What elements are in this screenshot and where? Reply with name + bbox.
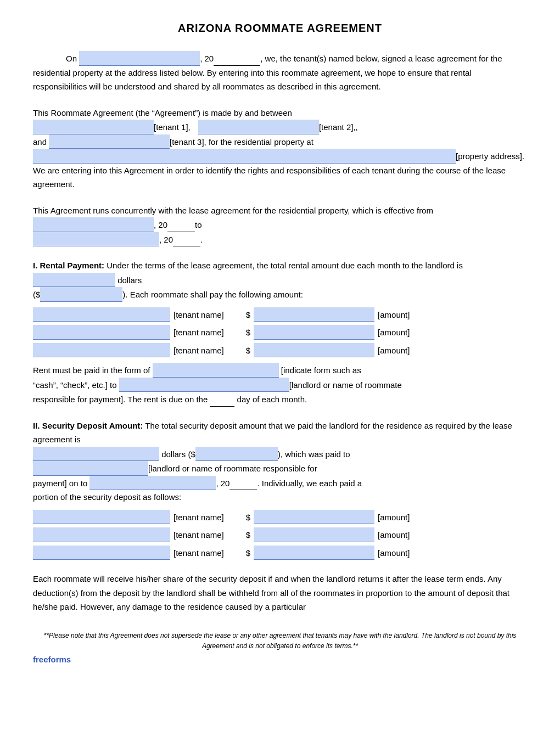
tenant2-row-label: [tenant name] [173, 325, 224, 340]
agreement-intro-text1: This Roommate Agreement (the “Agreement”… [33, 108, 292, 117]
effective-from-field[interactable] [33, 217, 154, 232]
dep-dollar2: $ [246, 528, 250, 542]
tenant2-label: [tenant 2],, [319, 122, 358, 132]
deposit-year-field[interactable] [229, 476, 257, 491]
table-row: [tenant name] $ [amount] [33, 343, 527, 358]
table-row: [tenant name] $ [amount] [33, 325, 527, 340]
dep-amount3-field[interactable] [254, 546, 374, 560]
paren-pre: ($ [33, 290, 40, 299]
table-row: [tenant name] $ [amount] [33, 546, 527, 560]
amount2-field[interactable] [254, 325, 374, 340]
tenant-name-col: [tenant name] [33, 343, 224, 358]
deposit-landlord-field[interactable] [33, 461, 148, 476]
intro-20-label: , 20 [200, 54, 214, 63]
amount1-field[interactable] [254, 307, 374, 322]
dep-amount2-field[interactable] [254, 527, 374, 542]
dep-tenant2-field[interactable] [33, 527, 170, 542]
deposit-date-field[interactable] [89, 476, 216, 491]
document-title: ARIZONA ROOMMATE AGREEMENT [33, 22, 527, 35]
closing-text: Each roommate will receive his/her share… [33, 574, 509, 611]
concurrent-text1: This Agreement runs concurrently with th… [33, 206, 433, 215]
dollars-label2: dollars ($ [161, 449, 195, 459]
footer-note: **Please note that this Agreement does n… [33, 631, 527, 651]
intro-section: On , 20 , we, the tenant(s) named below,… [33, 51, 527, 94]
concurrent-section: This Agreement runs concurrently with th… [33, 204, 527, 247]
and-text: and [33, 137, 47, 147]
dollar-amount-field[interactable] [40, 287, 122, 302]
rent-form-field[interactable] [153, 363, 279, 378]
tenant-name-col: [tenant name] [33, 527, 224, 542]
paren-post: ). Each roommate shall pay the following… [122, 290, 303, 299]
rental-amount-field[interactable] [33, 273, 115, 288]
dep-tenant1-label: [tenant name] [173, 510, 224, 525]
rent-form-pre: Rent must be paid in the form of [33, 366, 150, 375]
tenant3-name-field[interactable] [33, 343, 170, 358]
dollar-sign3: $ [246, 344, 250, 358]
dep-tenant3-label: [tenant name] [173, 546, 224, 560]
tenant3-label: [tenant 3], for the residential property… [170, 137, 313, 147]
table-row: [tenant name] $ [amount] [33, 510, 527, 525]
intro-year-field[interactable] [214, 51, 260, 66]
tenant2-field[interactable] [198, 120, 319, 134]
intro-date-field[interactable] [79, 51, 200, 66]
dollar-sign1: $ [246, 308, 250, 322]
dep-amount3-label: [amount] [378, 546, 410, 560]
section2: II. Security Deposit Amount: The total s… [33, 419, 527, 560]
deposit-amount-field[interactable] [195, 447, 278, 462]
amount-col: $ [amount] [246, 527, 410, 542]
dep-amount1-field[interactable] [254, 510, 374, 525]
amount-col: $ [amount] [246, 325, 410, 340]
amount3-label: [amount] [378, 344, 410, 358]
intro-on-label: On [66, 54, 77, 63]
due-day-field[interactable] [210, 392, 234, 407]
tenant-name-col: [tenant name] [33, 546, 224, 560]
amount2-label: [amount] [378, 325, 410, 340]
table-row: [tenant name] $ [amount] [33, 307, 527, 322]
tenant3-row-label: [tenant name] [173, 344, 224, 358]
amount-col: $ [amount] [246, 510, 410, 525]
amount1-label: [amount] [378, 308, 410, 322]
dep-tenant3-field[interactable] [33, 546, 170, 560]
tenant1-label: [tenant 1], [154, 122, 191, 132]
section1-heading: I. [33, 261, 37, 270]
tenant2-name-field[interactable] [33, 325, 170, 340]
amount3-field[interactable] [254, 343, 374, 358]
table-row: [tenant name] $ [amount] [33, 527, 527, 542]
section1: I. Rental Payment: Under the terms of th… [33, 258, 527, 407]
tenant-amount-table: [tenant name] $ [amount] [tenant name] [33, 307, 527, 358]
tenant-name-col: [tenant name] [33, 307, 224, 322]
property-field[interactable] [33, 149, 456, 164]
dep-tenant2-label: [tenant name] [173, 528, 224, 542]
dollars-label: dollars [117, 276, 142, 285]
dep-dollar1: $ [246, 510, 250, 525]
dep-tenant1-field[interactable] [33, 510, 170, 525]
to-year-field[interactable] [173, 232, 200, 247]
dep-amount2-label: [amount] [378, 528, 410, 542]
footer-brand: freeforms [33, 655, 527, 664]
section1-heading2: Rental Payment: [40, 261, 105, 270]
tenant-name-col: [tenant name] [33, 325, 224, 340]
tenant3-field[interactable] [49, 134, 170, 149]
landlord-name-field[interactable] [119, 378, 289, 392]
deposit-dollars-field[interactable] [33, 447, 159, 462]
tenant1-row-label: [tenant name] [173, 308, 224, 322]
closing-paragraph: Each roommate will receive his/her share… [33, 572, 527, 614]
concurrent-mid2: , 20 [159, 235, 173, 244]
date-mid: , 20 [216, 479, 229, 488]
section2-heading2: Security Deposit Amount: [42, 421, 143, 430]
which-label: ), which was paid to [278, 449, 350, 459]
agreement-intro-section: This Roommate Agreement (the “Agreement”… [33, 106, 527, 192]
from-year-field[interactable] [167, 217, 195, 232]
concurrent-mid1: , 20 [154, 220, 167, 229]
section1-text1: Under the terms of the lease agreement, … [107, 261, 463, 270]
deposit-tenant-table: [tenant name] $ [amount] [tenant name] [33, 510, 527, 560]
amount-col: $ [amount] [246, 307, 410, 322]
tenant-name-col: [tenant name] [33, 510, 224, 525]
dollar-sign2: $ [246, 325, 250, 340]
to-date-field[interactable] [33, 232, 159, 247]
tenant1-name-field[interactable] [33, 307, 170, 322]
tenant1-field[interactable] [33, 120, 154, 134]
section2-heading: II. [33, 421, 40, 430]
concurrent-end: . [200, 235, 203, 244]
dep-dollar3: $ [246, 546, 250, 560]
